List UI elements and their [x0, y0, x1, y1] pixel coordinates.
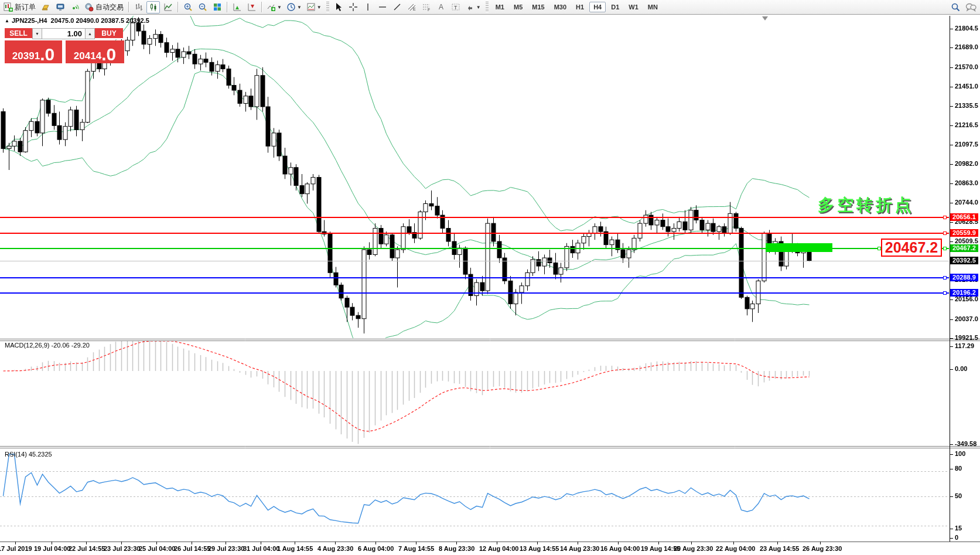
signals-button[interactable]	[68, 1, 81, 13]
time-axis-label: 1 Aug 14:55	[277, 545, 313, 552]
indicators-button[interactable]: ▼	[265, 1, 284, 13]
auto-trading-button[interactable]: 自动交易	[83, 1, 125, 13]
timeframe-button-d1[interactable]: D1	[607, 2, 623, 12]
sell-button[interactable]: SELL	[5, 28, 32, 39]
crosshair-tool-button[interactable]	[347, 1, 360, 13]
periods-button[interactable]: ▼	[285, 1, 303, 13]
timeframe-button-m15[interactable]: M15	[528, 2, 548, 12]
line-chart-button[interactable]	[161, 1, 175, 13]
templates-button[interactable]: ▼	[305, 1, 323, 13]
fibonacci-tool-button[interactable]: F	[420, 1, 433, 13]
trendline-icon	[392, 2, 402, 12]
time-axis-label: 19 Jul 04:00	[34, 545, 70, 552]
trendline-tool-button[interactable]	[391, 1, 404, 13]
ohlc-values: 20475.0 20490.0 20387.5 20392.5	[51, 17, 149, 24]
hline-handle[interactable]	[943, 216, 947, 219]
price-axis-label: 21689.0	[955, 43, 978, 50]
collapse-panel-arrow[interactable]: ▲	[5, 18, 9, 23]
chart-shift-icon	[247, 2, 257, 12]
zoom-out-icon	[198, 2, 207, 12]
buy-button[interactable]: BUY	[95, 28, 123, 39]
hline-handle[interactable]	[943, 291, 947, 295]
new-order-button[interactable]: 新订单	[2, 1, 37, 13]
svg-text:A: A	[439, 3, 443, 11]
tile-windows-button[interactable]	[210, 1, 224, 13]
price-axis-label: 20156.0	[955, 295, 978, 302]
zoom-out-button[interactable]	[196, 1, 209, 13]
chat-button[interactable]	[964, 1, 978, 13]
chart-area[interactable]	[0, 15, 980, 555]
price-axis-label: 21451.0	[955, 83, 978, 90]
time-axis-label: 13 Aug 14:55	[520, 545, 559, 552]
sell-price-button[interactable]: 20391.0	[5, 40, 62, 63]
signal-icon	[70, 2, 80, 12]
price-axis-label: 20744.0	[955, 199, 978, 206]
timeframe-button-h1[interactable]: H1	[572, 2, 588, 12]
timeframe-button-h4[interactable]: H4	[589, 2, 606, 12]
horizontal-line-icon	[378, 2, 387, 12]
rsi-axis-label: 0	[955, 534, 958, 541]
bar-chart-button[interactable]	[132, 1, 145, 13]
time-axis-label: 22 Aug 04:00	[716, 545, 755, 552]
chart-shift-marker[interactable]	[762, 16, 768, 21]
chevron-down-icon: ▼	[277, 5, 282, 10]
hline-handle[interactable]	[943, 247, 947, 250]
fibonacci-icon: F	[422, 2, 431, 12]
horizontal-line-tool-button[interactable]	[376, 1, 390, 13]
price-axis-label: 20982.0	[955, 160, 978, 167]
line-chart-icon	[163, 2, 173, 12]
arrows-icon	[466, 2, 475, 12]
time-axis-label: 29 Jul 23:30	[208, 545, 244, 552]
market-watch-button[interactable]	[39, 1, 52, 13]
auto-scroll-icon	[233, 2, 242, 12]
hline-handle[interactable]	[943, 231, 947, 235]
vertical-line-tool-button[interactable]	[361, 1, 375, 13]
zoom-in-button[interactable]	[181, 1, 194, 13]
timeframe-button-m1[interactable]: M1	[491, 2, 508, 12]
label-tool-button[interactable]: T	[449, 1, 463, 13]
price-tag-annotation[interactable]: 20467.2	[881, 239, 942, 257]
buy-price-frac: .0	[101, 47, 116, 62]
hline-handle[interactable]	[943, 276, 947, 280]
timeframe-button-w1[interactable]: W1	[624, 2, 643, 12]
timeframe-button-m30[interactable]: M30	[550, 2, 571, 12]
timeframe-button-m5[interactable]: M5	[510, 2, 527, 12]
current-price-badge: 20392.5	[950, 257, 978, 264]
terminal-button[interactable]	[53, 1, 67, 13]
rsi-axis-label: 15	[955, 525, 962, 532]
time-axis-label: 4 Aug 23:30	[317, 545, 353, 552]
volume-input[interactable]: 1.00	[42, 28, 85, 39]
candlestick-chart-button[interactable]	[146, 1, 160, 13]
template-icon	[306, 2, 316, 12]
symbol-period-label: JPN225-,H4	[12, 17, 47, 24]
rsi-axis-label: 50	[955, 492, 962, 499]
equidistant-channel-icon: E	[407, 2, 416, 12]
search-icon	[951, 2, 961, 12]
turning-point-annotation[interactable]: 多空转折点	[818, 194, 914, 216]
sell-price-frac: .0	[40, 47, 54, 62]
rsi-axis-label: 100	[955, 450, 965, 457]
buy-price-button[interactable]: 20414.0	[66, 40, 124, 63]
time-axis-label: 12 Aug 04:00	[479, 545, 518, 552]
time-axis-label: 14 Aug 23:30	[560, 545, 599, 552]
auto-scroll-button[interactable]	[230, 1, 244, 13]
time-axis-label: 22 Jul 14:55	[69, 545, 105, 552]
channel-tool-button[interactable]: E	[405, 1, 419, 13]
volume-decrease-button[interactable]: ▼	[32, 28, 42, 39]
toolbar-grip[interactable]	[326, 2, 329, 12]
macd-axis-label: 0.00	[955, 365, 967, 372]
buy-price-main: 20414	[74, 50, 101, 62]
arrows-tool-button[interactable]: ▼	[464, 1, 483, 13]
search-button[interactable]	[949, 1, 962, 13]
toolbar-separator	[128, 2, 129, 12]
timeframe-button-mn[interactable]: MN	[644, 2, 662, 12]
text-tool-button[interactable]: A	[435, 1, 448, 13]
new-order-icon	[4, 2, 13, 12]
volume-increase-button[interactable]: ▲	[85, 28, 95, 39]
toolbar-grip[interactable]	[486, 2, 489, 12]
time-axis-label: 23 Aug 14:55	[760, 545, 799, 552]
cursor-tool-button[interactable]	[332, 1, 346, 13]
chart-shift-button[interactable]	[245, 1, 258, 13]
highlight-rectangle[interactable]	[766, 243, 832, 252]
price-axis-label: 19921.5	[955, 334, 978, 341]
